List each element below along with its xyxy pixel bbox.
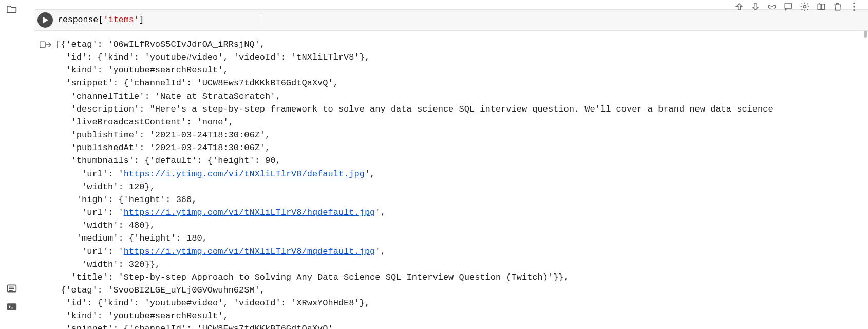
link-icon[interactable] (766, 1, 778, 12)
text-cursor (261, 15, 261, 25)
more-vert-icon[interactable] (848, 1, 860, 12)
mirror-cell-icon[interactable] (816, 1, 827, 12)
svg-point-10 (853, 6, 855, 7)
cell-input[interactable]: response['items'] (35, 9, 868, 31)
svg-point-6 (804, 6, 806, 8)
svg-rect-8 (822, 4, 825, 10)
output-indicator-icon[interactable] (35, 38, 55, 49)
cell-output: [{'etag': 'O6wILfRvoS5CIvJdrOA_iRRsjNQ',… (35, 31, 868, 329)
output-link[interactable]: https://i.ytimg.com/vi/tNXliLTlrV8/mqdef… (124, 247, 375, 257)
code-cell: response['items'] [{'etag': 'O6wILfRvoS5… (33, 9, 868, 329)
svg-point-9 (853, 3, 855, 4)
gear-icon[interactable] (799, 1, 810, 12)
run-button[interactable] (35, 10, 55, 30)
code-editor[interactable]: response['items'] (58, 14, 144, 26)
svg-point-11 (853, 9, 855, 11)
svg-rect-7 (818, 4, 821, 10)
terminal-icon[interactable] (6, 301, 17, 313)
output-link[interactable]: https://i.ytimg.com/vi/tNXliLTlrV8/defau… (124, 169, 365, 179)
delete-icon[interactable] (832, 1, 843, 12)
folder-icon[interactable] (6, 3, 17, 14)
svg-rect-12 (40, 42, 45, 48)
notebook-area: response['items'] [{'etag': 'O6wILfRvoS5… (24, 0, 868, 329)
move-up-icon[interactable] (733, 1, 745, 12)
svg-rect-4 (7, 303, 16, 310)
output-text: [{'etag': 'O6wILfRvoS5CIvJdrOA_iRRsjNQ',… (55, 38, 868, 329)
left-sidebar (0, 0, 24, 329)
cell-toolbar (733, 1, 860, 12)
comment-icon[interactable] (783, 1, 794, 12)
output-link[interactable]: https://i.ytimg.com/vi/tNXliLTlrV8/hqdef… (124, 208, 375, 217)
move-down-icon[interactable] (750, 1, 761, 12)
table-of-contents-icon[interactable] (6, 283, 17, 294)
